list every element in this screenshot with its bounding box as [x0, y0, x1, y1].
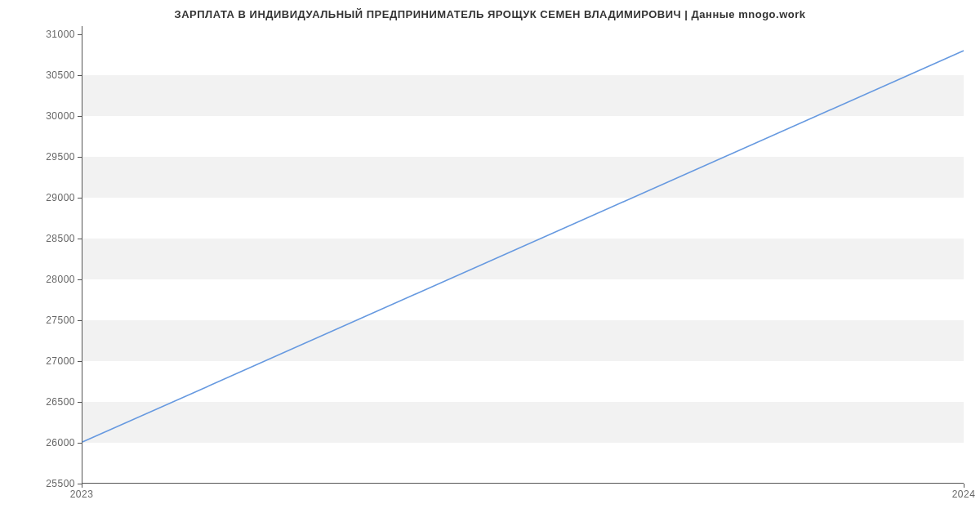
y-tick-mark [78, 443, 82, 444]
y-tick-mark [78, 116, 82, 117]
x-tick-label: 2023 [70, 489, 94, 500]
y-tick-label: 28500 [10, 233, 75, 244]
y-tick-mark [78, 320, 82, 321]
y-tick-mark [78, 198, 82, 199]
y-tick-label: 29000 [10, 192, 75, 203]
y-tick-label: 31000 [10, 29, 75, 40]
y-tick-mark [78, 361, 82, 362]
y-tick-label: 28000 [10, 274, 75, 285]
y-tick-label: 27000 [10, 355, 75, 367]
y-tick-label: 30500 [10, 69, 75, 81]
y-tick-mark [78, 402, 82, 403]
y-tick-mark [78, 157, 82, 158]
y-tick-mark [78, 279, 82, 280]
x-tick-mark [964, 484, 964, 488]
y-tick-label: 30000 [10, 110, 75, 122]
y-tick-label: 26500 [10, 396, 75, 408]
x-tick-mark [82, 484, 82, 488]
y-tick-label: 25500 [10, 478, 75, 489]
y-tick-mark [78, 75, 82, 76]
y-tick-label: 27500 [10, 315, 75, 326]
y-tick-mark [78, 34, 82, 35]
chart-container: ЗАРПЛАТА В ИНДИВИДУАЛЬНЫЙ ПРЕДПРИНИМАТЕЛ… [0, 0, 980, 531]
line-series [82, 26, 964, 483]
salary-line [82, 51, 964, 442]
y-tick-mark [78, 239, 82, 239]
x-tick-label: 2024 [952, 489, 976, 500]
plot-area [82, 26, 964, 484]
chart-title: ЗАРПЛАТА В ИНДИВИДУАЛЬНЫЙ ПРЕДПРИНИМАТЕЛ… [0, 8, 980, 20]
y-tick-label: 26000 [10, 437, 75, 448]
y-tick-label: 29500 [10, 151, 75, 163]
